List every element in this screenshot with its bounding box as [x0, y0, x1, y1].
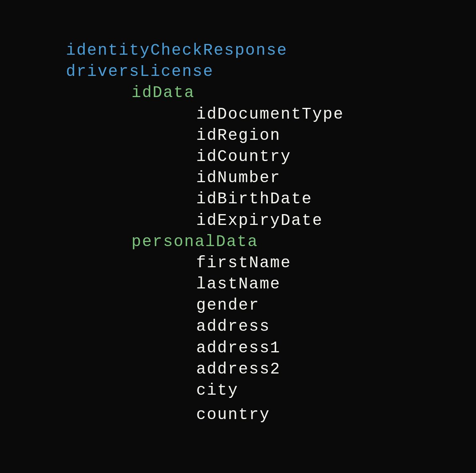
field-address2: address2 [66, 359, 476, 380]
field-id-document-type: idDocumentType [66, 104, 476, 125]
field-city: city [66, 380, 476, 401]
field-id-number: idNumber [66, 167, 476, 189]
section-personal-data: personalData [66, 231, 476, 252]
field-address1: address1 [66, 338, 476, 359]
field-id-expiry-date: idExpiryDate [66, 210, 476, 231]
field-gender: gender [66, 295, 476, 316]
section-id-data: idData [66, 82, 476, 103]
root-node-drivers-license: driversLicense [66, 61, 476, 82]
field-id-country: idCountry [66, 146, 476, 167]
field-id-birth-date: idBirthDate [66, 189, 476, 210]
field-id-region: idRegion [66, 125, 476, 146]
field-first-name: firstName [66, 252, 476, 274]
field-country: country [66, 404, 476, 425]
field-address: address [66, 316, 476, 337]
root-node-identity-check-response: identityCheckResponse [66, 40, 476, 61]
field-last-name: lastName [66, 274, 476, 295]
